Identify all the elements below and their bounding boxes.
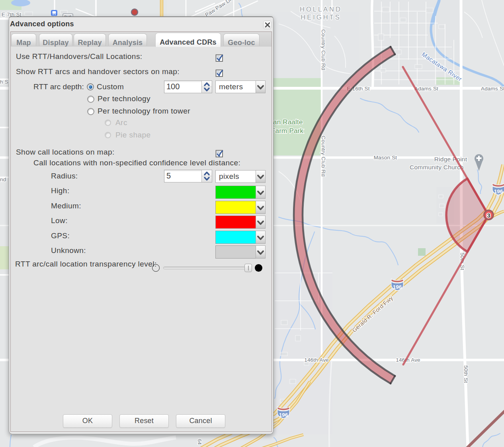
- svg-text:nd: nd: [0, 176, 6, 182]
- svg-text:Adams St: Adams St: [414, 86, 438, 92]
- svg-text:h S: h S: [0, 79, 8, 85]
- svg-text:50th St: 50th St: [463, 365, 469, 383]
- svg-text:146th Ave: 146th Ave: [304, 357, 329, 363]
- svg-text:3: 3: [487, 212, 490, 219]
- svg-text:196: 196: [494, 188, 503, 194]
- svg-text:64: 64: [197, 439, 202, 445]
- svg-text:Ridge Point: Ridge Point: [434, 156, 467, 163]
- svg-text:Community Church: Community Church: [410, 164, 464, 171]
- svg-text:Farm Park: Farm Park: [271, 127, 303, 135]
- svg-text:Country Club Rd: Country Club Rd: [320, 136, 326, 177]
- svg-text:196: 196: [279, 412, 288, 418]
- svg-text:196: 196: [393, 284, 402, 290]
- svg-text:an Raalte: an Raalte: [273, 118, 303, 126]
- svg-text:Adams St: Adams St: [481, 86, 504, 92]
- svg-text:HOLLAND: HOLLAND: [300, 6, 342, 13]
- svg-text:Mason St: Mason St: [374, 155, 397, 161]
- svg-text:Country Club Rd: Country Club Rd: [320, 29, 326, 71]
- svg-text:HEIGHTS: HEIGHTS: [301, 14, 341, 21]
